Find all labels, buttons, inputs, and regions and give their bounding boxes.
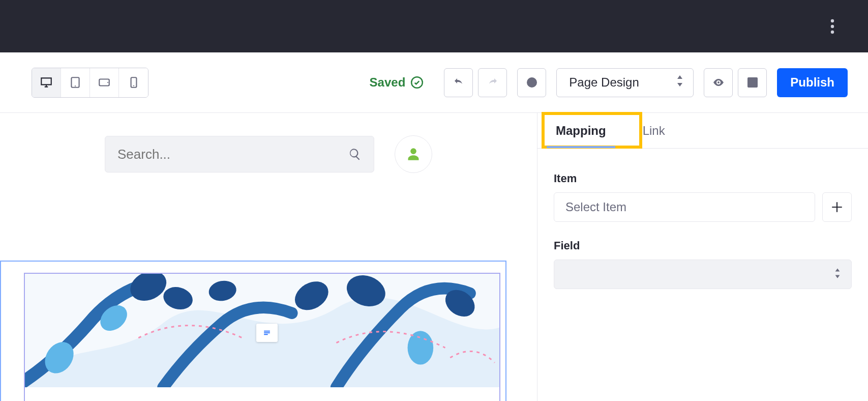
tab-mapping[interactable]: Mapping [537, 113, 624, 148]
clock-icon [526, 76, 538, 89]
panel-tabs: Mapping Link [537, 113, 868, 149]
layout-button[interactable] [738, 68, 767, 97]
svg-point-1 [831, 24, 834, 27]
svg-point-6 [107, 82, 108, 83]
sort-caret-icon [676, 75, 684, 90]
selected-fragment-outer[interactable] [0, 261, 506, 401]
tablet-icon [69, 76, 82, 89]
preview-button[interactable] [704, 68, 733, 97]
tab-mapping-label: Mapping [556, 124, 606, 138]
redo-icon [487, 76, 499, 89]
redo-button[interactable] [478, 68, 507, 97]
layout-icon [746, 76, 759, 89]
panel-body: Item Select Item Field [537, 149, 868, 312]
document-lines-icon [262, 328, 272, 338]
eye-icon [712, 76, 725, 89]
history-button[interactable] [517, 68, 546, 97]
svg-point-4 [75, 85, 76, 87]
undo-button[interactable] [444, 68, 473, 97]
editor-toolbar: Saved Page Design Publish [0, 52, 868, 113]
check-circle-icon [410, 76, 424, 89]
form-group-field: Field [554, 239, 852, 289]
device-tablet[interactable] [61, 68, 90, 97]
device-toggle-group [32, 68, 148, 98]
canvas-header [0, 113, 537, 173]
plus-icon [830, 200, 844, 214]
publish-label: Publish [790, 75, 834, 89]
publish-button[interactable]: Publish [777, 68, 848, 97]
save-status-label: Saved [370, 75, 406, 90]
mode-select-label: Page Design [569, 75, 639, 90]
svg-point-22 [408, 331, 434, 364]
svg-point-8 [133, 85, 134, 86]
kebab-menu-button[interactable] [822, 16, 843, 37]
desktop-icon [40, 76, 53, 89]
field-select[interactable] [554, 260, 852, 289]
svg-rect-25 [264, 334, 268, 335]
field-label: Field [554, 239, 852, 252]
search-field[interactable] [105, 136, 374, 173]
item-select[interactable]: Select Item [554, 192, 815, 222]
svg-rect-24 [264, 332, 270, 333]
item-label: Item [554, 172, 852, 185]
svg-point-2 [831, 30, 834, 33]
device-phone[interactable] [119, 68, 148, 97]
user-icon [406, 147, 421, 161]
item-select-placeholder: Select Item [565, 200, 626, 214]
tablet-landscape-icon [98, 76, 111, 89]
svg-point-11 [717, 81, 720, 83]
mode-select[interactable]: Page Design [556, 68, 694, 97]
form-group-item: Item Select Item [554, 172, 852, 222]
kebab-icon [830, 19, 834, 34]
save-status: Saved [370, 75, 424, 90]
page-canvas[interactable] [0, 113, 537, 401]
search-input[interactable] [117, 147, 340, 162]
right-panel: Mapping Link Item Select Item Field [537, 113, 868, 401]
device-desktop[interactable] [32, 68, 61, 97]
svg-rect-23 [264, 331, 270, 332]
undo-icon [453, 76, 465, 89]
phone-icon [127, 76, 140, 89]
svg-rect-12 [748, 78, 757, 87]
top-bar [0, 0, 868, 52]
tab-link-label: Link [643, 124, 665, 138]
tab-link[interactable]: Link [624, 113, 683, 148]
selected-fragment-inner[interactable] [24, 273, 500, 401]
sort-caret-icon [834, 268, 841, 280]
device-tablet-landscape[interactable] [90, 68, 119, 97]
svg-point-0 [831, 19, 834, 22]
add-item-button[interactable] [822, 192, 852, 222]
editor-body: Mapping Link Item Select Item Field [0, 113, 868, 401]
document-badge[interactable] [256, 324, 278, 342]
search-icon [348, 148, 362, 161]
user-avatar[interactable] [395, 135, 432, 173]
